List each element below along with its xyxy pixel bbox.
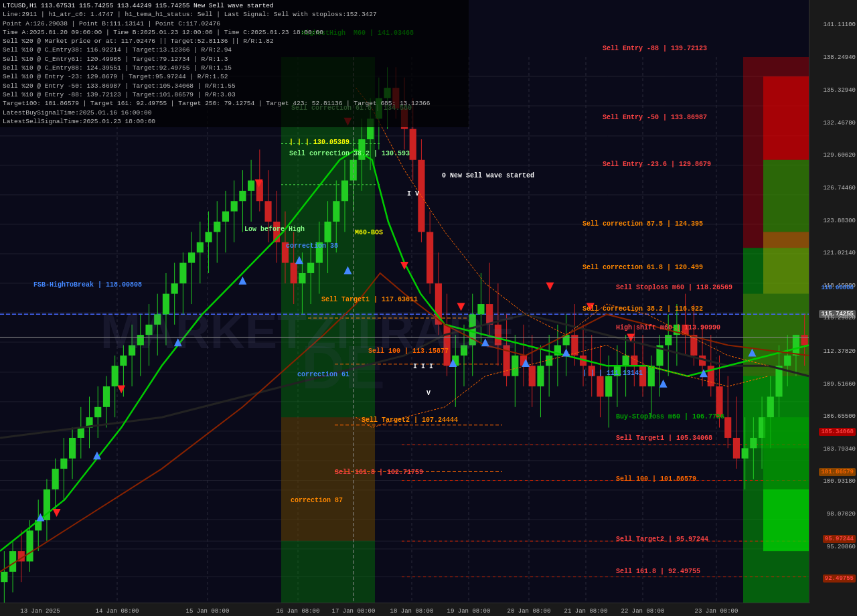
info-panel: LTCUSD,H1 113.67531 115.74255 113.44249 … bbox=[0, 0, 469, 127]
chart-container: LTCUSD,H1 113.67531 115.74255 113.44249 … bbox=[0, 0, 857, 616]
price-axis: 141.11100138.24940135.32940132.46780129.… bbox=[809, 0, 857, 616]
time-axis: 13 Jan 202514 Jan 08:0015 Jan 08:0016 Ja… bbox=[0, 603, 810, 616]
